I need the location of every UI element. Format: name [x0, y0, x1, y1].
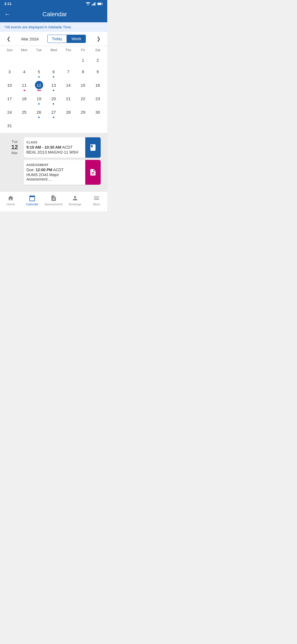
next-month-button[interactable]: ❯	[94, 35, 103, 43]
nav-home-label: Home	[7, 203, 15, 206]
calendar-day[interactable]: 26	[32, 106, 46, 119]
nav-assessments-label: Assessments	[45, 203, 62, 206]
calendar-day[interactable]: 19	[32, 93, 46, 106]
calendar-day[interactable]: 9	[90, 66, 105, 79]
event-title-class: BEHL 2O13 MAG/H2-11 WSH	[26, 150, 82, 154]
svg-rect-3	[95, 2, 96, 6]
event-day-name: Tue	[12, 140, 18, 144]
day-dots	[53, 103, 54, 105]
calendar-day[interactable]: 21	[61, 93, 76, 106]
week-button[interactable]: Week	[67, 35, 86, 43]
more-icon	[93, 195, 100, 201]
calendar-day	[2, 54, 17, 65]
calendar-day[interactable]: 23	[90, 93, 105, 106]
header-wed: Wed	[46, 47, 61, 53]
svg-rect-1	[93, 4, 94, 6]
back-button[interactable]: ←	[4, 11, 10, 18]
day-number: 12	[35, 81, 43, 89]
calendar-day	[61, 120, 76, 131]
day-number: 8	[79, 67, 87, 76]
calendar-day[interactable]: 5	[32, 66, 46, 79]
calendar-day[interactable]: 4	[17, 66, 31, 79]
nav-calendar[interactable]: Calendar	[21, 194, 43, 207]
calendar-day[interactable]: 31	[2, 120, 17, 131]
event-icon-class	[85, 137, 101, 158]
calendar-day[interactable]: 28	[61, 106, 76, 119]
event-date-label: Tue 12 Mar	[4, 135, 24, 157]
day-number: 2	[94, 56, 102, 64]
calendar-day[interactable]: 1	[76, 54, 90, 65]
calendar-day[interactable]: 30	[90, 106, 105, 119]
view-toggle: Today Week	[47, 35, 86, 43]
day-number	[79, 121, 87, 130]
battery-icon	[97, 2, 103, 6]
calendar-day[interactable]: 17	[2, 93, 17, 106]
nav-assessments[interactable]: Assessments	[43, 194, 64, 207]
day-number	[35, 121, 43, 130]
calendar-day[interactable]: 7	[61, 66, 76, 79]
event-day-number: 12	[11, 144, 18, 151]
calendar-day[interactable]: 10	[2, 79, 17, 92]
nav-home[interactable]: Home	[0, 194, 21, 207]
calendar-day[interactable]: 18	[17, 93, 31, 106]
calendar-day[interactable]: 14	[61, 79, 76, 92]
event-dot	[24, 90, 25, 91]
svg-rect-6	[102, 3, 103, 4]
calendar-week-2: 3456789	[2, 66, 105, 79]
calendar-day[interactable]: 24	[2, 106, 17, 119]
calendar-day[interactable]: 22	[76, 93, 90, 106]
day-number	[50, 56, 58, 64]
calendar-day[interactable]: 13	[46, 79, 61, 92]
calendar-controls: ❮ Mar 2024 Today Week ❯	[0, 32, 107, 46]
today-button[interactable]: Today	[47, 35, 67, 43]
calendar-day[interactable]: 6	[46, 66, 61, 79]
events-area: Tue 12 Mar CLASS 9:10 AM - 10:30 AM ACDT…	[0, 133, 107, 191]
day-number	[6, 56, 14, 64]
app-header: ← Calendar	[0, 7, 107, 22]
calendar-day[interactable]: 15	[76, 79, 90, 92]
day-number: 31	[6, 121, 14, 130]
svg-rect-5	[98, 3, 101, 5]
calendar-day[interactable]: 27	[46, 106, 61, 119]
signal-icon	[92, 2, 96, 6]
event-month-name: Mar	[12, 151, 18, 155]
day-dots	[37, 90, 41, 91]
calendar-day[interactable]: 11	[17, 79, 31, 92]
nav-bookings[interactable]: Bookings	[64, 194, 86, 207]
calendar-day	[46, 54, 61, 65]
svg-rect-2	[94, 3, 95, 6]
status-icons	[86, 2, 103, 6]
day-number	[20, 121, 28, 130]
day-number: 6	[50, 67, 58, 76]
nav-more[interactable]: More	[86, 194, 107, 207]
day-dots	[38, 117, 40, 118]
assessments-icon	[50, 195, 57, 201]
prev-month-button[interactable]: ❮	[4, 35, 13, 43]
calendar-day[interactable]: 12	[32, 79, 46, 92]
document-icon	[89, 168, 97, 176]
calendar-day[interactable]: 8	[76, 66, 90, 79]
nav-calendar-label: Calendar	[26, 203, 38, 206]
day-number	[35, 56, 43, 64]
event-card-class[interactable]: CLASS 9:10 AM - 10:30 AM ACDT BEHL 2O13 …	[24, 137, 101, 158]
day-number: 7	[64, 67, 72, 76]
day-number: 25	[20, 108, 28, 116]
event-card-assessment[interactable]: ASSESSMENT Due: 12:00 PM ACDT HUMS 2O43 …	[24, 160, 101, 185]
calendar-day[interactable]: 3	[2, 66, 17, 79]
calendar-day[interactable]: 25	[17, 106, 31, 119]
day-number: 16	[94, 81, 102, 89]
day-number	[50, 121, 58, 130]
calendar-day	[90, 120, 105, 131]
day-number: 27	[50, 108, 58, 116]
calendar-day[interactable]: 16	[90, 79, 105, 92]
header-mon: Mon	[17, 47, 31, 53]
calendar-day	[61, 54, 76, 65]
calendar-day[interactable]: 2	[90, 54, 105, 65]
calendar-day[interactable]: 29	[76, 106, 90, 119]
event-dot	[38, 76, 40, 78]
calendar-day[interactable]: 20	[46, 93, 61, 106]
day-number: 10	[6, 81, 14, 89]
day-dots	[53, 117, 54, 118]
calendar-day	[17, 120, 31, 131]
event-dot	[39, 90, 41, 91]
